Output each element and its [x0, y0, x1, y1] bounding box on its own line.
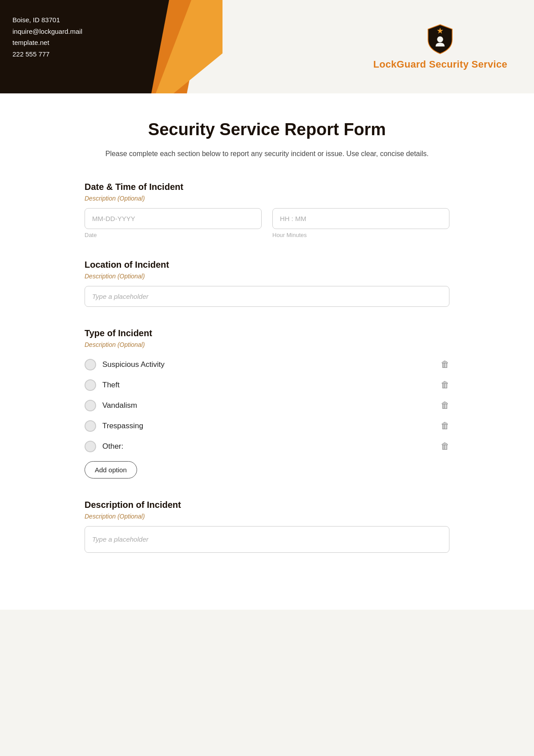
address-line2: inquire@lockguard.mail [12, 26, 82, 37]
radio-left-2: Vandalism [85, 400, 137, 411]
delete-icon-4[interactable]: 🗑 [441, 441, 449, 451]
location-section-title: Location of Incident [85, 260, 449, 270]
company-address: Boise, ID 83701 inquire@lockguard.mail t… [12, 14, 82, 60]
radio-left-4: Other: [85, 441, 123, 452]
radio-label-2: Vandalism [102, 401, 137, 410]
add-option-label: Add option [95, 466, 127, 474]
radio-left-0: Suspicious Activity [85, 359, 165, 370]
incident-type-desc: Description (Optional) [85, 341, 449, 348]
description-section-title: Description of Incident [85, 500, 449, 510]
date-label: Date [85, 232, 262, 238]
description-section-desc: Description (Optional) [85, 513, 449, 520]
radio-option-1: Theft 🗑 [85, 375, 449, 395]
svg-point-4 [437, 36, 444, 43]
radio-option-4: Other: 🗑 [85, 436, 449, 457]
delete-icon-0[interactable]: 🗑 [441, 359, 449, 370]
time-input-group: Hour Minutes [272, 208, 449, 238]
radio-left-3: Trespassing [85, 420, 143, 432]
delete-icon-3[interactable]: 🗑 [441, 421, 449, 431]
radio-left-1: Theft [85, 379, 120, 391]
incident-type-title: Type of Incident [85, 328, 449, 338]
delete-icon-1[interactable]: 🗑 [441, 380, 449, 390]
address-line4: 222 555 777 [12, 48, 82, 60]
radio-option-3: Trespassing 🗑 [85, 416, 449, 436]
radio-options-list: Suspicious Activity 🗑 Theft 🗑 Vandalism … [85, 354, 449, 457]
location-section-desc: Description (Optional) [85, 273, 449, 280]
description-section: Description of Incident Description (Opt… [85, 500, 449, 553]
radio-circle-4[interactable] [85, 441, 96, 452]
radio-label-3: Trespassing [102, 422, 143, 430]
address-line3: template.net [12, 37, 82, 48]
incident-type-section: Type of Incident Description (Optional) … [85, 328, 449, 479]
date-input[interactable] [85, 208, 262, 229]
date-input-group: Date [85, 208, 262, 238]
radio-circle-3[interactable] [85, 420, 96, 432]
add-option-button[interactable]: Add option [85, 461, 137, 479]
datetime-row: Date Hour Minutes [85, 208, 449, 238]
radio-label-1: Theft [102, 381, 120, 390]
header-address-block: Boise, ID 83701 inquire@lockguard.mail t… [0, 0, 151, 93]
radio-option-2: Vandalism 🗑 [85, 395, 449, 416]
location-input[interactable] [85, 286, 449, 307]
form-content: Security Service Report Form Please comp… [0, 93, 534, 610]
company-name: LockGuard Security Service [373, 59, 507, 70]
radio-label-4: Other: [102, 442, 123, 451]
form-subtitle: Please complete each section below to re… [85, 148, 449, 160]
delete-icon-2[interactable]: 🗑 [441, 400, 449, 410]
radio-circle-1[interactable] [85, 379, 96, 391]
company-logo [424, 23, 456, 55]
diagonal-decoration [134, 0, 222, 93]
form-title: Security Service Report Form [85, 120, 449, 139]
datetime-section-title: Date & Time of Incident [85, 182, 449, 192]
radio-option-0: Suspicious Activity 🗑 [85, 354, 449, 375]
radio-circle-2[interactable] [85, 400, 96, 411]
header-logo-block: LockGuard Security Service [373, 23, 534, 70]
location-section: Location of Incident Description (Option… [85, 260, 449, 307]
page-header: Boise, ID 83701 inquire@lockguard.mail t… [0, 0, 534, 93]
radio-label-0: Suspicious Activity [102, 360, 165, 369]
description-input[interactable] [85, 526, 449, 553]
datetime-section-desc: Description (Optional) [85, 195, 449, 202]
address-line1: Boise, ID 83701 [12, 14, 82, 26]
radio-circle-0[interactable] [85, 359, 96, 370]
datetime-section: Date & Time of Incident Description (Opt… [85, 182, 449, 238]
time-label: Hour Minutes [272, 232, 449, 238]
time-input[interactable] [272, 208, 449, 229]
